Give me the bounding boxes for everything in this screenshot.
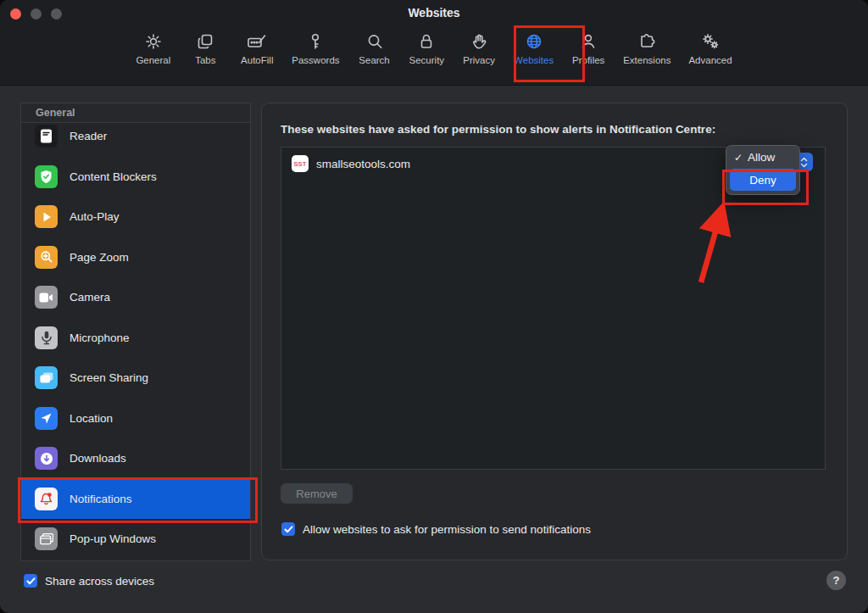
tab-label: General	[136, 55, 170, 65]
content-blockers-icon	[35, 165, 58, 188]
autofill-icon	[246, 31, 268, 52]
tab-websites[interactable]: Websites	[514, 31, 554, 65]
site-favicon: SST	[292, 155, 309, 172]
window-chrome: Websites General Tabs AutoFill Passwords	[0, 0, 868, 86]
sidebar-item-notifications[interactable]: Notifications	[21, 479, 250, 520]
pop-up-windows-icon	[35, 527, 58, 550]
tab-label: Websites	[514, 55, 554, 65]
websites-permission-list: SST smallseotools.com	[281, 147, 826, 470]
reader-icon	[35, 125, 58, 148]
tab-advanced[interactable]: Advanced	[688, 31, 732, 65]
downloads-icon	[35, 447, 58, 470]
sidebar-item-downloads[interactable]: Downloads	[21, 438, 250, 479]
gear-icon	[143, 31, 164, 52]
tab-privacy[interactable]: Privacy	[462, 31, 496, 65]
tab-label: Security	[409, 55, 445, 65]
websites-sidebar: General Reader Content Blockers Auto-Pla…	[20, 103, 251, 561]
allow-notifications-label: Allow websites to ask for permission to …	[303, 523, 591, 536]
sidebar-item-screen-sharing[interactable]: Screen Sharing	[21, 358, 250, 398]
tab-general[interactable]: General	[136, 31, 170, 65]
tab-label: Passwords	[292, 55, 339, 65]
tab-security[interactable]: Security	[409, 31, 445, 65]
sidebar-item-label: Notifications	[70, 493, 132, 505]
tab-search[interactable]: Search	[358, 31, 392, 65]
sidebar-item-content-blockers[interactable]: Content Blockers	[21, 157, 250, 198]
screen-sharing-icon	[35, 366, 58, 389]
sidebar-item-label: Downloads	[70, 452, 126, 465]
titlebar: Websites	[0, 0, 868, 25]
menu-option-label: Deny	[749, 174, 776, 187]
checkmark-icon: ✓	[734, 152, 743, 164]
sidebar-item-microphone[interactable]: Microphone	[21, 318, 250, 359]
gears-icon	[699, 31, 721, 52]
notifications-icon	[35, 488, 58, 510]
tab-label: Tabs	[195, 55, 215, 65]
sidebar-item-label: Content Blockers	[70, 170, 157, 183]
tab-label: Search	[359, 55, 389, 65]
puzzle-icon	[637, 31, 657, 52]
remove-button[interactable]: Remove	[281, 483, 353, 504]
tab-passwords[interactable]: Passwords	[292, 31, 339, 65]
check-icon	[284, 526, 293, 533]
tab-profiles[interactable]: Profiles	[571, 31, 605, 65]
tab-label: AutoFill	[241, 55, 273, 65]
sidebar-item-label: Auto-Play	[70, 210, 120, 223]
sidebar-item-label: Camera	[70, 291, 110, 304]
sidebar-item-label: Page Zoom	[70, 251, 129, 264]
panel-header-text: These websites have asked for permission…	[281, 123, 715, 136]
sidebar-item-auto-play[interactable]: Auto-Play	[21, 197, 250, 237]
share-across-devices-label: Share across devices	[45, 575, 154, 588]
allow-notifications-checkbox[interactable]: Allow websites to ask for permission to …	[281, 522, 591, 536]
sidebar-item-camera[interactable]: Camera	[21, 277, 250, 318]
lock-icon	[416, 31, 437, 52]
camera-icon	[35, 286, 58, 309]
tab-autofill[interactable]: AutoFill	[240, 31, 274, 65]
check-icon	[26, 577, 36, 585]
auto-play-icon	[35, 205, 58, 228]
page-zoom-icon	[35, 246, 58, 269]
sidebar-item-page-zoom[interactable]: Page Zoom	[21, 237, 250, 278]
help-button[interactable]: ?	[826, 571, 846, 590]
tab-extensions[interactable]: Extensions	[623, 31, 670, 65]
globe-icon	[524, 31, 544, 52]
tab-label: Privacy	[463, 55, 495, 65]
tab-label: Advanced	[688, 55, 732, 65]
permission-menu: ✓ Allow Deny	[726, 145, 800, 195]
sidebar-item-label: Microphone	[70, 332, 130, 344]
sidebar-item-label: Location	[70, 412, 113, 425]
hand-icon	[469, 31, 489, 52]
chevron-up-down-icon	[800, 157, 808, 168]
location-icon	[35, 407, 58, 430]
search-icon	[364, 31, 385, 52]
tab-tabs[interactable]: Tabs	[188, 31, 222, 65]
menu-option-deny[interactable]: Deny	[730, 169, 796, 191]
person-icon	[578, 31, 598, 52]
safari-preferences-window: Websites General Tabs AutoFill Passwords	[0, 0, 868, 613]
tabs-icon	[195, 31, 215, 52]
checkbox-checked[interactable]	[281, 522, 295, 536]
sidebar-item-pop-up-windows[interactable]: Pop-up Windows	[21, 519, 250, 560]
window-title: Websites	[0, 6, 868, 20]
preferences-toolbar: General Tabs AutoFill Passwords Search S…	[0, 27, 868, 85]
menu-option-label: Allow	[748, 151, 775, 164]
checkbox-checked[interactable]	[24, 574, 37, 588]
sidebar-item-label: Reader	[70, 130, 107, 142]
tab-label: Extensions	[623, 55, 670, 65]
menu-option-allow[interactable]: ✓ Allow	[726, 146, 799, 169]
sidebar-item-label: Screen Sharing	[70, 371, 148, 384]
sidebar-item-reader[interactable]: Reader	[21, 116, 250, 157]
tab-label: Profiles	[572, 55, 604, 65]
sidebar-items: Reader Content Blockers Auto-Play Page Z…	[21, 116, 250, 560]
share-across-devices-checkbox[interactable]: Share across devices	[24, 574, 154, 588]
key-icon	[305, 31, 326, 52]
site-name: smallseotools.com	[316, 158, 410, 170]
sidebar-item-label: Pop-up Windows	[70, 532, 156, 545]
microphone-icon	[35, 326, 58, 349]
sidebar-item-location[interactable]: Location	[21, 398, 250, 439]
